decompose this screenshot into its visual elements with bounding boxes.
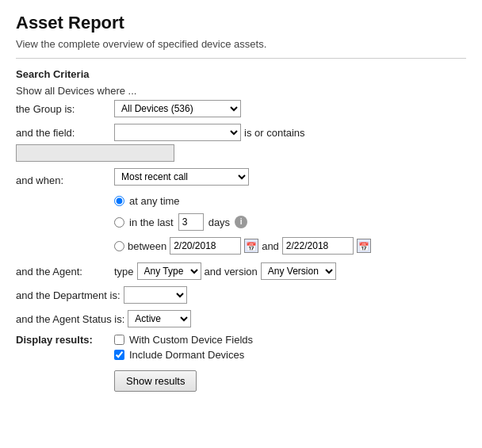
is-or-contains-label: is or contains xyxy=(244,127,305,139)
dormant-checkbox[interactable] xyxy=(114,350,124,360)
days-label: days xyxy=(208,216,230,228)
section-title: Search Criteria xyxy=(16,68,466,80)
dept-select[interactable] xyxy=(124,286,187,304)
radio-between-label: between xyxy=(128,240,166,252)
custom-fields-checkbox[interactable] xyxy=(114,335,124,345)
radio-in-last-label: in the last xyxy=(129,216,174,228)
days-input[interactable] xyxy=(178,213,204,231)
custom-fields-row: With Custom Device Fields xyxy=(114,334,253,346)
agent-type-prefix: type xyxy=(114,266,134,278)
status-select[interactable]: Active Inactive Any xyxy=(128,310,191,327)
show-all-label: Show all Devices where ... xyxy=(16,85,466,97)
date-and-label: and xyxy=(262,240,279,252)
page-subtitle: View the complete overview of specified … xyxy=(16,38,466,50)
when-label: and when: xyxy=(16,174,111,186)
info-icon: i xyxy=(235,216,247,228)
agent-version-prefix: and version xyxy=(205,266,258,278)
agent-label: and the Agent: xyxy=(16,266,111,278)
divider xyxy=(16,58,466,59)
agent-type-select[interactable]: Any Type xyxy=(137,262,201,280)
group-select[interactable]: All Devices (536) xyxy=(114,100,241,117)
field-label: and the field: xyxy=(16,127,111,139)
group-label: the Group is: xyxy=(16,103,111,115)
radio-any-time-label: at any time xyxy=(129,195,180,207)
dormant-row: Include Dormant Devices xyxy=(114,349,253,361)
status-label: and the Agent Status is: xyxy=(16,313,124,325)
date-from-input[interactable] xyxy=(170,237,241,255)
status-row: and the Agent Status is: Active Inactive… xyxy=(16,310,466,327)
dept-label: and the Department is: xyxy=(16,289,120,301)
when-select[interactable]: Most recent call xyxy=(114,168,249,186)
display-row: Display results: With Custom Device Fiel… xyxy=(16,334,466,392)
radio-any-time-row: at any time xyxy=(114,195,371,207)
field-select[interactable] xyxy=(114,124,241,141)
when-block: Most recent call at any time in the last… xyxy=(114,168,371,255)
show-results-button[interactable]: Show results xyxy=(114,370,197,392)
custom-fields-label: With Custom Device Fields xyxy=(129,334,253,346)
agent-controls: type Any Type and version Any Version xyxy=(114,262,336,280)
radio-any-time[interactable] xyxy=(114,196,124,206)
contains-input[interactable] xyxy=(16,144,174,162)
agent-row: and the Agent: type Any Type and version… xyxy=(16,262,466,280)
radio-between-row: between 📅 and 📅 xyxy=(114,237,371,255)
page-title: Asset Report xyxy=(16,13,466,33)
when-row: and when: Most recent call at any time i… xyxy=(16,168,466,255)
radio-between[interactable] xyxy=(114,241,124,251)
date-to-input[interactable] xyxy=(282,237,354,255)
agent-version-select[interactable]: Any Version xyxy=(261,262,336,280)
radio-in-last-row: in the last days i xyxy=(114,213,371,231)
display-label: Display results: xyxy=(16,334,111,346)
dept-row: and the Department is: xyxy=(16,286,466,304)
calendar-from-icon[interactable]: 📅 xyxy=(244,239,258,253)
dormant-label: Include Dormant Devices xyxy=(129,349,244,361)
display-options: With Custom Device Fields Include Dorman… xyxy=(114,334,253,392)
field-row: and the field: is or contains xyxy=(16,124,466,162)
calendar-to-icon[interactable]: 📅 xyxy=(357,239,371,253)
group-row: the Group is: All Devices (536) xyxy=(16,100,466,117)
radio-in-last[interactable] xyxy=(114,217,124,228)
